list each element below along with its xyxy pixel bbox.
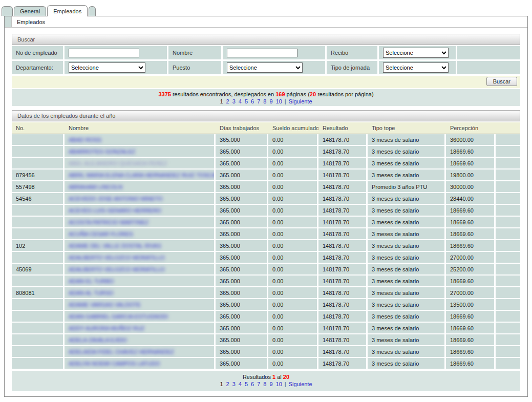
cell-empty — [496, 346, 520, 358]
employee-name-link[interactable]: ACEVEDO JOSE ANTONIO MINETO — [69, 196, 163, 202]
employee-name-link[interactable]: ACUÑA CESAR FLORES — [69, 231, 133, 237]
results-total: 3375 — [158, 91, 171, 97]
employee-name-link[interactable]: ADDY AURORA MUÑOZ RUZ — [69, 325, 144, 331]
table-row: ACUÑA CESAR FLORES365.0000.00148178.703 … — [12, 228, 520, 240]
page-number-link[interactable]: 8 — [263, 98, 266, 104]
no-empleado-input[interactable] — [69, 49, 139, 57]
cell-empty — [496, 358, 520, 370]
cell-no — [12, 134, 65, 146]
tab-general[interactable]: General — [14, 6, 46, 16]
search-action-row: Buscar — [12, 76, 520, 88]
page-number-link[interactable]: 10 — [276, 98, 282, 104]
buscar-button[interactable]: Buscar — [486, 77, 517, 86]
employee-name-link[interactable]: ABEL ALEJANDRO QUESADA PEREZ — [69, 160, 167, 166]
page-number-link[interactable]: 9 — [269, 381, 272, 387]
employee-name-link[interactable]: ADAN GABRIEL GARCIA ESTUGNODI — [69, 313, 168, 320]
tab-stub-right[interactable] — [89, 6, 96, 16]
employee-name-link[interactable]: ADALBERTO VELOZCO MORATILLO — [69, 266, 165, 272]
page-number-link[interactable]: 4 — [239, 98, 242, 104]
cell-percepcion: 19800.00 — [446, 170, 496, 181]
tipo-jornada-select[interactable]: Seleccione — [383, 62, 449, 73]
next-page-link[interactable]: Siguiente — [289, 381, 312, 387]
page-number-link[interactable]: 2 — [226, 381, 229, 387]
employee-name-link[interactable]: ADELFA NOEMI CAMPOS LATUDO — [69, 361, 160, 367]
cell-nombre: ACUÑA CESAR FLORES — [65, 228, 216, 240]
cell-percepcion: 36000.00 — [446, 134, 496, 146]
cell-dias-trabajados: 365.000 — [216, 276, 268, 287]
employee-name-link[interactable]: ACEVES LUIS GENARO HERRERO — [69, 207, 161, 214]
page-number-link[interactable]: 5 — [245, 98, 248, 104]
table-row: 45069ADALBERTO VELOZCO MORATILLO365.0000… — [12, 264, 520, 276]
page-number-link[interactable]: 5 — [245, 381, 248, 387]
page-number-link[interactable]: 7 — [257, 381, 260, 387]
tab-empleados[interactable]: Empleados — [47, 5, 88, 16]
cell-sueldo-acumulado: 0.00 — [268, 311, 318, 323]
cell-empty — [496, 217, 520, 228]
employee-name-link[interactable]: ADAN AL TURSO — [69, 290, 113, 296]
page-number-link[interactable]: 3 — [232, 98, 236, 104]
employee-name-link[interactable]: ADAME DEL VALLE DOSTAL RIVAS — [69, 243, 161, 249]
cell-empty — [496, 134, 520, 146]
table-row: 54546ACEVEDO JOSE ANTONIO MINETO365.0000… — [12, 193, 520, 205]
results-per-page: 20 — [310, 91, 316, 97]
cell-empty — [496, 252, 520, 264]
col-header-empty — [496, 122, 520, 134]
cell-sueldo-acumulado: 0.00 — [268, 170, 318, 181]
page-number-link[interactable]: 4 — [239, 381, 242, 387]
employee-name-link[interactable]: ABARROTES GONZALEZ — [69, 149, 135, 155]
departamento-select[interactable]: Seleccione — [69, 62, 145, 73]
cell-dias-trabajados: 365.000 — [216, 240, 268, 252]
employee-name-link[interactable]: ADAME VARGAS VALDOTE — [69, 302, 141, 308]
cell-sueldo-acumulado: 0.00 — [268, 358, 318, 370]
cell-nombre: ADAN EL TURBO — [65, 276, 216, 287]
cell-tipo-tope: 3 meses de salario — [368, 287, 446, 299]
tab-stub-left[interactable] — [2, 6, 13, 16]
cell-tipo-tope: 3 meses de salario — [368, 158, 446, 170]
results-range: Resultados 1 al 20 — [12, 374, 520, 380]
recibo-select[interactable]: Seleccione — [383, 48, 449, 58]
employee-name-link[interactable]: ABRAHAM LINCOLN — [69, 184, 122, 190]
cell-no — [12, 228, 65, 240]
table-section-header: Datos de los empleados durante el año — [12, 110, 520, 121]
employee-name-link[interactable]: ADELA ZAVALA EJIDO — [69, 337, 127, 343]
pagination-top: 12345678910|Siguiente — [12, 98, 520, 104]
employee-name-link[interactable]: ADELAIDA FIDEL CHAVEZ HERNANDEZ — [69, 349, 174, 355]
cell-dias-trabajados: 365.000 — [216, 205, 268, 217]
results-strip-top: 3375 resultados encontrados, desplegados… — [12, 89, 520, 106]
cell-nombre: ADELFA NOEMI CAMPOS LATUDO — [65, 358, 216, 370]
page-number-link[interactable]: 6 — [251, 98, 254, 104]
cell-no — [12, 323, 65, 334]
employee-name-link[interactable]: ABRIL MARIA ELENA CLARA HERNANDEZ RUIZ T… — [69, 172, 216, 178]
table-row: ADAN GABRIEL GARCIA ESTUGNODI365.0000.00… — [12, 311, 520, 323]
next-page-link[interactable]: Siguiente — [289, 98, 312, 104]
cell-no — [12, 252, 65, 264]
table-row: ADELFA NOEMI CAMPOS LATUDO365.0000.00148… — [12, 358, 520, 370]
employee-name-link[interactable]: ABAD ROSS — [69, 137, 101, 143]
puesto-select[interactable]: Seleccione — [227, 62, 303, 73]
employee-name-link[interactable]: ADALBERTO VELOZCO MORATILLO — [69, 255, 165, 261]
cell-dias-trabajados: 365.000 — [216, 311, 268, 323]
employee-table: No. Nombre Días trabajados Sueldo acumul… — [12, 122, 520, 370]
cell-dias-trabajados: 365.000 — [216, 323, 268, 334]
page-number-link[interactable]: 9 — [269, 98, 272, 104]
cell-empty — [496, 193, 520, 205]
page-number-link[interactable]: 3 — [232, 381, 236, 387]
page-number-link[interactable]: 8 — [263, 381, 266, 387]
page-number-link[interactable]: 7 — [257, 98, 260, 104]
page-number-link[interactable]: 10 — [276, 381, 282, 387]
nombre-input[interactable] — [227, 49, 297, 57]
page-number-link[interactable]: 2 — [226, 98, 229, 104]
cell-percepcion: 27000.00 — [446, 252, 496, 264]
cell-nombre: ADAN AL TURSO — [65, 287, 216, 299]
cell-no — [12, 276, 65, 287]
breadcrumb: Empleados — [5, 16, 527, 28]
col-header-no: No. — [12, 122, 65, 134]
employee-name-link[interactable]: ADAN EL TURBO — [69, 278, 114, 284]
cell-resultado: 148178.70 — [318, 205, 368, 217]
employee-name-link[interactable]: ACOSTA PATRICIO MARTINEZ — [69, 219, 148, 225]
cell-dias-trabajados: 365.000 — [216, 287, 268, 299]
page-number-link[interactable]: 6 — [251, 381, 254, 387]
col-header-sueldo: Sueldo acumulado — [268, 122, 318, 134]
cell-no — [12, 299, 65, 311]
table-row: 808081ADAN AL TURSO365.0000.00148178.703… — [12, 287, 520, 299]
